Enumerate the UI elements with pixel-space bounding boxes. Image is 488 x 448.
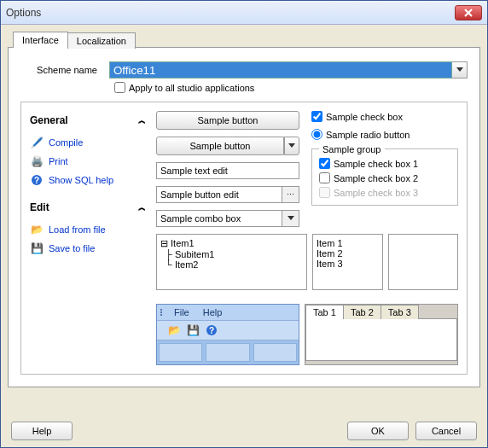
- folder-open-icon[interactable]: 📂: [167, 323, 181, 337]
- tab-localization[interactable]: Localization: [67, 32, 136, 49]
- sample-split-dropdown[interactable]: [284, 137, 299, 155]
- options-dialog: Options Interface Localization Scheme na…: [0, 0, 488, 448]
- scheme-input[interactable]: [109, 61, 452, 79]
- group-check-1[interactable]: [319, 158, 330, 169]
- sample-tab-2[interactable]: Tab 2: [343, 305, 381, 319]
- groupbox-title: Sample group: [319, 144, 385, 154]
- sample-combo-box[interactable]: [156, 210, 282, 227]
- main-tabs: Interface Localization: [13, 32, 480, 48]
- window-title: Options: [6, 7, 41, 19]
- sample-combo-dropdown[interactable]: [282, 210, 299, 227]
- titlebar: Options: [1, 1, 487, 25]
- sample-button-1[interactable]: Sample button: [156, 111, 299, 130]
- sample-iconbar: 📂 💾 ?: [157, 321, 299, 340]
- chevron-down-icon: [288, 143, 295, 148]
- apply-all-checkbox[interactable]: [114, 82, 125, 93]
- sample-checkbox-label: Sample check box: [326, 112, 403, 122]
- menu-help[interactable]: Help: [198, 306, 228, 318]
- list-item[interactable]: Item 2: [317, 248, 379, 259]
- sample-tab-body: [305, 318, 457, 361]
- sample-text-edit[interactable]: [156, 162, 299, 179]
- sample-radio[interactable]: [311, 129, 322, 140]
- svg-text:?: ?: [34, 176, 39, 185]
- sample-toolbar: File Help 📂 💾 ?: [156, 304, 299, 365]
- sidebar-item-sqlhelp[interactable]: ? Show SQL help: [30, 171, 144, 189]
- scheme-select: [109, 61, 468, 79]
- sample-tree[interactable]: ⊟ Item1 ├ Subitem1 └ Item2: [156, 234, 307, 290]
- cancel-button[interactable]: Cancel: [415, 422, 477, 440]
- sample-empty-panel: [388, 234, 459, 290]
- save-icon: 💾: [30, 241, 44, 255]
- tab-interface[interactable]: Interface: [13, 32, 68, 48]
- tree-item[interactable]: └ Item2: [160, 259, 303, 270]
- sample-listbox[interactable]: Item 1 Item 2 Item 3: [312, 234, 383, 290]
- group-check-2[interactable]: [319, 172, 330, 183]
- sample-button-edit-button[interactable]: ⋯: [282, 186, 299, 203]
- sidebar-group-general[interactable]: General ︽: [30, 111, 144, 130]
- tree-item[interactable]: ⊟ Item1: [160, 238, 303, 249]
- toolbar-pane: [253, 343, 297, 362]
- sample-radio-label: Sample radio button: [326, 130, 410, 140]
- print-icon: 🖨️: [30, 154, 44, 168]
- help-icon: ?: [30, 173, 44, 187]
- collapse-icon: ︽: [138, 202, 144, 213]
- svg-text:?: ?: [209, 326, 214, 335]
- toolbar-grip-icon[interactable]: [160, 309, 166, 316]
- scheme-dropdown-button[interactable]: [452, 61, 468, 79]
- preview-panel: General ︽ 🖊️ Compile 🖨️ Print: [20, 102, 468, 375]
- sample-tab-1[interactable]: Tab 1: [305, 305, 344, 319]
- help-icon[interactable]: ?: [205, 323, 218, 337]
- collapse-icon: ︽: [138, 115, 144, 126]
- chevron-down-icon: [456, 67, 463, 73]
- list-item[interactable]: Item 3: [317, 259, 379, 269]
- sample-groupbox: Sample group Sample check box 1 Sample c…: [311, 148, 458, 206]
- save-icon[interactable]: 💾: [186, 323, 200, 337]
- sample-tab-control: Tab 1 Tab 2 Tab 3: [305, 304, 458, 365]
- apply-all-label: Apply to all studio applications: [129, 83, 254, 93]
- list-item[interactable]: Item 1: [317, 238, 379, 248]
- sidebar-group-edit[interactable]: Edit ︽: [30, 198, 144, 217]
- folder-open-icon: 📂: [30, 223, 44, 236]
- help-button[interactable]: Help: [11, 422, 73, 440]
- sidebar-item-load[interactable]: 📂 Load from file: [30, 220, 144, 239]
- group-check-3: [319, 187, 330, 198]
- sidebar-item-print[interactable]: 🖨️ Print: [30, 152, 144, 171]
- sample-menubar: File Help: [157, 305, 299, 321]
- sidebar-item-compile[interactable]: 🖊️ Compile: [30, 133, 144, 152]
- sample-button-edit[interactable]: [156, 186, 282, 203]
- tree-item[interactable]: ├ Subitem1: [160, 249, 303, 259]
- tab-panel: Scheme name Apply to all studio applicat…: [8, 47, 480, 387]
- sample-tab-3[interactable]: Tab 3: [381, 305, 419, 319]
- close-button[interactable]: [455, 5, 482, 20]
- sample-checkbox[interactable]: [311, 111, 322, 122]
- ok-button[interactable]: OK: [347, 422, 409, 440]
- chevron-down-icon: [288, 216, 294, 221]
- close-icon: [464, 9, 473, 17]
- sidebar: General ︽ 🖊️ Compile 🖨️ Print: [30, 111, 144, 365]
- menu-file[interactable]: File: [169, 306, 195, 318]
- dialog-footer: Help OK Cancel: [11, 422, 477, 440]
- compile-icon: 🖊️: [30, 136, 44, 149]
- toolbar-pane: [206, 343, 249, 362]
- toolbar-pane: [159, 343, 202, 362]
- scheme-name-label: Scheme name: [20, 65, 102, 75]
- sample-split-button[interactable]: Sample button: [156, 137, 284, 155]
- sidebar-item-save[interactable]: 💾 Save to file: [30, 239, 144, 258]
